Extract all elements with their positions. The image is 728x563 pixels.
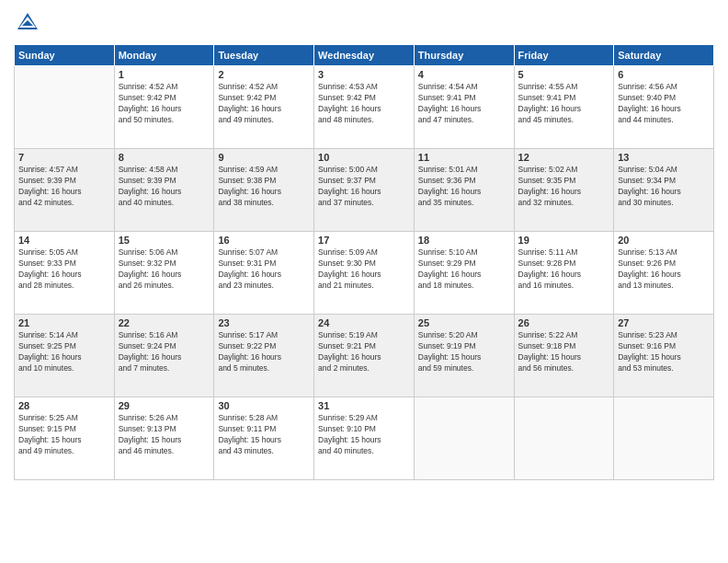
header-cell-monday: Monday <box>114 45 214 66</box>
day-cell: 20Sunrise: 5:13 AMSunset: 9:26 PMDayligh… <box>614 232 714 315</box>
day-cell: 2Sunrise: 4:52 AMSunset: 9:42 PMDaylight… <box>214 66 314 149</box>
day-number: 7 <box>18 152 110 163</box>
day-cell: 17Sunrise: 5:09 AMSunset: 9:30 PMDayligh… <box>314 232 415 315</box>
day-info: Sunrise: 5:22 AMSunset: 9:18 PMDaylight:… <box>518 330 610 374</box>
day-number: 17 <box>318 235 410 246</box>
day-number: 20 <box>618 235 710 246</box>
header-cell-friday: Friday <box>514 45 614 66</box>
week-row-4: 21Sunrise: 5:14 AMSunset: 9:25 PMDayligh… <box>15 315 714 397</box>
day-info: Sunrise: 4:56 AMSunset: 9:40 PMDaylight:… <box>618 82 710 126</box>
day-info: Sunrise: 5:17 AMSunset: 9:22 PMDaylight:… <box>218 330 310 374</box>
day-number: 24 <box>318 317 410 328</box>
day-info: Sunrise: 5:10 AMSunset: 9:29 PMDaylight:… <box>418 247 510 292</box>
day-info: Sunrise: 5:23 AMSunset: 9:16 PMDaylight:… <box>618 330 710 374</box>
day-info: Sunrise: 4:58 AMSunset: 9:39 PMDaylight:… <box>119 165 210 209</box>
day-number: 22 <box>119 317 210 328</box>
day-info: Sunrise: 5:29 AMSunset: 9:10 PMDaylight:… <box>318 413 410 457</box>
week-row-2: 7Sunrise: 4:57 AMSunset: 9:39 PMDaylight… <box>15 149 714 232</box>
header-cell-thursday: Thursday <box>414 45 514 66</box>
day-cell <box>414 397 514 480</box>
day-cell: 13Sunrise: 5:04 AMSunset: 9:34 PMDayligh… <box>614 149 714 232</box>
day-info: Sunrise: 5:16 AMSunset: 9:24 PMDaylight:… <box>119 330 210 374</box>
calendar-table: SundayMondayTuesdayWednesdayThursdayFrid… <box>14 44 714 480</box>
day-cell: 12Sunrise: 5:02 AMSunset: 9:35 PMDayligh… <box>514 149 614 232</box>
day-number: 14 <box>18 235 110 246</box>
day-number: 13 <box>618 152 710 163</box>
day-number: 6 <box>618 69 710 80</box>
day-cell: 4Sunrise: 4:54 AMSunset: 9:41 PMDaylight… <box>414 66 514 149</box>
day-cell: 5Sunrise: 4:55 AMSunset: 9:41 PMDaylight… <box>514 66 614 149</box>
day-number: 30 <box>218 400 310 411</box>
day-cell: 29Sunrise: 5:26 AMSunset: 9:13 PMDayligh… <box>114 397 214 480</box>
day-info: Sunrise: 4:53 AMSunset: 9:42 PMDaylight:… <box>318 82 410 126</box>
day-cell: 3Sunrise: 4:53 AMSunset: 9:42 PMDaylight… <box>314 66 415 149</box>
header-row: SundayMondayTuesdayWednesdayThursdayFrid… <box>15 45 714 66</box>
day-cell: 14Sunrise: 5:05 AMSunset: 9:33 PMDayligh… <box>15 232 115 315</box>
week-row-1: 1Sunrise: 4:52 AMSunset: 9:42 PMDaylight… <box>15 66 714 149</box>
page: SundayMondayTuesdayWednesdayThursdayFrid… <box>0 0 728 563</box>
day-cell: 10Sunrise: 5:00 AMSunset: 9:37 PMDayligh… <box>314 149 415 232</box>
day-info: Sunrise: 5:13 AMSunset: 9:26 PMDaylight:… <box>618 247 710 292</box>
day-info: Sunrise: 5:28 AMSunset: 9:11 PMDaylight:… <box>218 413 310 457</box>
day-number: 18 <box>418 235 510 246</box>
week-row-5: 28Sunrise: 5:25 AMSunset: 9:15 PMDayligh… <box>15 397 714 480</box>
day-number: 26 <box>518 317 610 328</box>
day-cell: 31Sunrise: 5:29 AMSunset: 9:10 PMDayligh… <box>314 397 415 480</box>
day-number: 4 <box>418 69 510 80</box>
header-cell-saturday: Saturday <box>614 45 714 66</box>
day-cell: 21Sunrise: 5:14 AMSunset: 9:25 PMDayligh… <box>15 315 115 397</box>
day-cell: 27Sunrise: 5:23 AMSunset: 9:16 PMDayligh… <box>614 315 714 397</box>
day-number: 21 <box>18 317 110 328</box>
day-info: Sunrise: 4:54 AMSunset: 9:41 PMDaylight:… <box>418 82 510 126</box>
day-cell: 26Sunrise: 5:22 AMSunset: 9:18 PMDayligh… <box>514 315 614 397</box>
day-cell <box>15 66 115 149</box>
day-info: Sunrise: 5:00 AMSunset: 9:37 PMDaylight:… <box>318 165 410 209</box>
day-info: Sunrise: 4:52 AMSunset: 9:42 PMDaylight:… <box>218 82 310 126</box>
day-info: Sunrise: 5:19 AMSunset: 9:21 PMDaylight:… <box>318 330 410 374</box>
week-row-3: 14Sunrise: 5:05 AMSunset: 9:33 PMDayligh… <box>15 232 714 315</box>
day-number: 1 <box>119 69 210 80</box>
day-info: Sunrise: 5:26 AMSunset: 9:13 PMDaylight:… <box>119 413 210 457</box>
day-cell: 19Sunrise: 5:11 AMSunset: 9:28 PMDayligh… <box>514 232 614 315</box>
logo-icon <box>14 9 41 37</box>
day-info: Sunrise: 4:59 AMSunset: 9:38 PMDaylight:… <box>218 165 310 209</box>
day-number: 28 <box>18 400 110 411</box>
header-cell-wednesday: Wednesday <box>314 45 415 66</box>
day-number: 10 <box>318 152 410 163</box>
day-cell: 16Sunrise: 5:07 AMSunset: 9:31 PMDayligh… <box>214 232 314 315</box>
day-cell: 30Sunrise: 5:28 AMSunset: 9:11 PMDayligh… <box>214 397 314 480</box>
day-cell: 7Sunrise: 4:57 AMSunset: 9:39 PMDaylight… <box>15 149 115 232</box>
day-info: Sunrise: 4:52 AMSunset: 9:42 PMDaylight:… <box>119 82 210 126</box>
day-number: 12 <box>518 152 610 163</box>
logo <box>14 9 45 37</box>
day-number: 9 <box>218 152 310 163</box>
day-cell: 8Sunrise: 4:58 AMSunset: 9:39 PMDaylight… <box>114 149 214 232</box>
header-cell-tuesday: Tuesday <box>214 45 314 66</box>
day-cell: 23Sunrise: 5:17 AMSunset: 9:22 PMDayligh… <box>214 315 314 397</box>
day-cell: 6Sunrise: 4:56 AMSunset: 9:40 PMDaylight… <box>614 66 714 149</box>
day-number: 27 <box>618 317 710 328</box>
day-number: 29 <box>119 400 210 411</box>
day-number: 23 <box>218 317 310 328</box>
day-number: 15 <box>119 235 210 246</box>
day-cell: 15Sunrise: 5:06 AMSunset: 9:32 PMDayligh… <box>114 232 214 315</box>
day-number: 5 <box>518 69 610 80</box>
day-info: Sunrise: 5:25 AMSunset: 9:15 PMDaylight:… <box>18 413 110 457</box>
calendar-header: SundayMondayTuesdayWednesdayThursdayFrid… <box>15 45 714 66</box>
day-number: 2 <box>218 69 310 80</box>
header <box>14 9 714 37</box>
day-number: 8 <box>119 152 210 163</box>
day-cell: 9Sunrise: 4:59 AMSunset: 9:38 PMDaylight… <box>214 149 314 232</box>
day-number: 16 <box>218 235 310 246</box>
day-info: Sunrise: 4:55 AMSunset: 9:41 PMDaylight:… <box>518 82 610 126</box>
day-info: Sunrise: 4:57 AMSunset: 9:39 PMDaylight:… <box>18 165 110 209</box>
day-info: Sunrise: 5:20 AMSunset: 9:19 PMDaylight:… <box>418 330 510 374</box>
day-cell: 22Sunrise: 5:16 AMSunset: 9:24 PMDayligh… <box>114 315 214 397</box>
day-info: Sunrise: 5:05 AMSunset: 9:33 PMDaylight:… <box>18 247 110 292</box>
day-info: Sunrise: 5:04 AMSunset: 9:34 PMDaylight:… <box>618 165 710 209</box>
calendar-body: 1Sunrise: 4:52 AMSunset: 9:42 PMDaylight… <box>15 66 714 480</box>
day-cell: 24Sunrise: 5:19 AMSunset: 9:21 PMDayligh… <box>314 315 415 397</box>
day-cell: 25Sunrise: 5:20 AMSunset: 9:19 PMDayligh… <box>414 315 514 397</box>
day-info: Sunrise: 5:09 AMSunset: 9:30 PMDaylight:… <box>318 247 410 292</box>
day-cell: 18Sunrise: 5:10 AMSunset: 9:29 PMDayligh… <box>414 232 514 315</box>
